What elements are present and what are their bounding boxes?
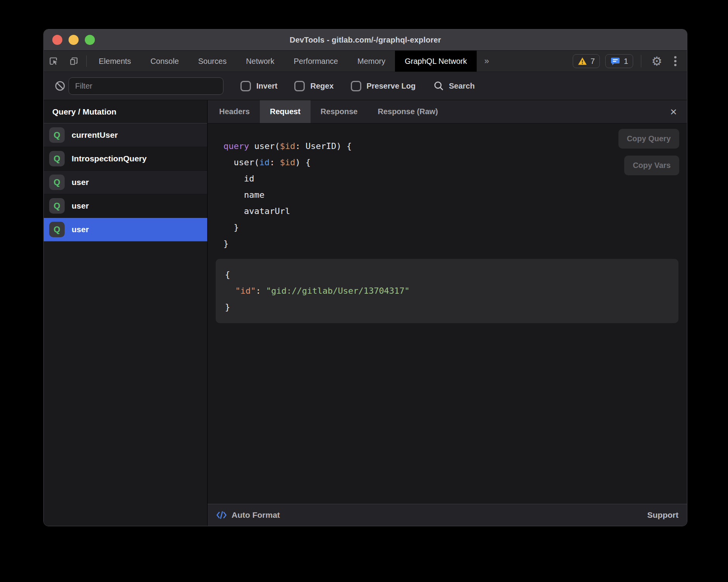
- main-area: Query / Mutation QcurrentUserQIntrospect…: [44, 100, 687, 526]
- copy-vars-button[interactable]: Copy Vars: [624, 156, 679, 175]
- query-list-item-currentuser[interactable]: QcurrentUser: [44, 123, 207, 147]
- query-list: QcurrentUserQIntrospectionQueryQuserQuse…: [44, 123, 207, 241]
- request-tab-content: Copy Query Copy Vars query user($id: Use…: [208, 123, 687, 504]
- query-name: user: [72, 201, 89, 211]
- code-token: :: [256, 286, 266, 296]
- devtools-tab-network[interactable]: Network: [236, 51, 284, 72]
- close-icon: ×: [670, 105, 677, 118]
- query-list-item-user[interactable]: Quser: [44, 218, 207, 241]
- devtools-tab-console[interactable]: Console: [141, 51, 188, 72]
- warning-triangle-icon: [578, 57, 587, 65]
- customize-devtools-menu-button[interactable]: [670, 55, 681, 67]
- copy-query-button[interactable]: Copy Query: [618, 129, 679, 149]
- detail-tab-response[interactable]: Response: [311, 100, 368, 123]
- code-line: avatarUrl: [223, 203, 687, 219]
- code-token: [225, 286, 235, 296]
- detail-tab-response-raw[interactable]: Response (Raw): [367, 100, 448, 123]
- checkbox-regex[interactable]: Regex: [294, 81, 333, 91]
- query-list-panel: Query / Mutation QcurrentUserQIntrospect…: [44, 100, 208, 526]
- query-list-item-user[interactable]: Quser: [44, 171, 207, 194]
- chevron-double-right-icon: »: [484, 56, 489, 66]
- devtools-tab-sources[interactable]: Sources: [189, 51, 236, 72]
- query-type-badge: Q: [49, 222, 65, 237]
- checkbox-label: Preserve Log: [367, 82, 416, 91]
- devtools-tab-graphql-network[interactable]: GraphQL Network: [395, 51, 476, 72]
- query-name: currentUser: [72, 130, 118, 140]
- filter-input[interactable]: [69, 77, 223, 95]
- code-token: {: [225, 270, 230, 279]
- checkbox-invert[interactable]: Invert: [240, 81, 277, 91]
- devtools-toolbar: ElementsConsoleSourcesNetworkPerformance…: [44, 51, 687, 72]
- checkbox-preserve-log[interactable]: Preserve Log: [351, 81, 416, 91]
- code-brackets-icon: [216, 510, 227, 520]
- checkbox-box[interactable]: [351, 81, 361, 91]
- warning-count: 7: [591, 57, 595, 66]
- search-toggle[interactable]: Search: [433, 80, 475, 91]
- kebab-menu-icon: [674, 55, 677, 67]
- toolbar-divider: [641, 55, 641, 67]
- close-detail-button[interactable]: ×: [665, 100, 682, 123]
- code-token: ) {: [295, 157, 311, 167]
- devtools-tab-memory[interactable]: Memory: [348, 51, 395, 72]
- code-line: name: [223, 187, 687, 203]
- query-list-item-introspectionquery[interactable]: QIntrospectionQuery: [44, 147, 207, 171]
- auto-format-label: Auto Format: [232, 510, 280, 520]
- minimize-window-button[interactable]: [69, 35, 79, 45]
- code-token: }: [223, 223, 239, 232]
- query-type-badge: Q: [49, 175, 65, 190]
- query-type-badge: Q: [49, 151, 65, 166]
- clear-requests-button[interactable]: [52, 80, 69, 92]
- code-token: id: [259, 157, 270, 167]
- support-link[interactable]: Support: [647, 510, 678, 520]
- code-token: :: [270, 157, 280, 167]
- code-token: avatarUrl: [223, 206, 290, 216]
- title-bar: DevTools - gitlab.com/-/graphql-explorer: [44, 29, 687, 51]
- code-line: }: [223, 236, 687, 252]
- code-token: "gid://gitlab/User/13704317": [266, 286, 410, 296]
- code-line: id: [223, 171, 687, 187]
- devtools-tab-elements[interactable]: Elements: [89, 51, 141, 72]
- inspect-element-button[interactable]: [44, 51, 64, 72]
- query-type-badge: Q: [49, 198, 65, 214]
- checkbox-box[interactable]: [240, 81, 251, 91]
- code-token: $id: [280, 141, 295, 151]
- query-name: user: [72, 178, 89, 187]
- block-circle-icon: [54, 80, 66, 92]
- device-toolbar-icon: [68, 55, 80, 67]
- code-line: query user($id: UserID) {: [223, 138, 687, 154]
- checkbox-label: Invert: [256, 82, 277, 91]
- filter-bar: InvertRegexPreserve Log Search: [44, 72, 687, 100]
- message-bubble-icon: [610, 56, 620, 66]
- detail-tab-headers[interactable]: Headers: [209, 100, 260, 123]
- toggle-device-toolbar-button[interactable]: [64, 51, 84, 72]
- zoom-window-button[interactable]: [85, 35, 95, 45]
- code-token: user(: [249, 141, 280, 151]
- code-token: id: [223, 174, 254, 183]
- more-tabs-button[interactable]: »: [477, 51, 497, 72]
- code-token: "id": [235, 286, 256, 296]
- traffic-lights: [52, 29, 95, 50]
- code-token: : UserID) {: [295, 141, 352, 151]
- settings-gear-icon[interactable]: ⚙: [649, 55, 664, 67]
- devtools-tab-performance[interactable]: Performance: [284, 51, 348, 72]
- close-window-button[interactable]: [52, 35, 62, 45]
- code-line: }: [225, 299, 669, 315]
- issues-badge[interactable]: 1: [605, 54, 633, 68]
- query-type-badge: Q: [49, 127, 65, 143]
- search-label: Search: [449, 82, 475, 91]
- code-token: }: [223, 239, 228, 248]
- search-icon: [433, 80, 444, 91]
- warnings-badge[interactable]: 7: [573, 54, 600, 68]
- detail-tab-request[interactable]: Request: [260, 100, 311, 123]
- query-name: user: [72, 225, 89, 234]
- devtools-panel-tabs: ElementsConsoleSourcesNetworkPerformance…: [89, 51, 477, 72]
- query-list-item-user[interactable]: Quser: [44, 194, 207, 218]
- window-title: DevTools - gitlab.com/-/graphql-explorer: [290, 36, 441, 45]
- inspect-cursor-icon: [48, 55, 60, 67]
- code-line: "id": "gid://gitlab/User/13704317": [225, 283, 669, 299]
- checkbox-box[interactable]: [294, 81, 305, 91]
- auto-format-button[interactable]: Auto Format: [216, 510, 280, 520]
- query-list-header: Query / Mutation: [44, 100, 207, 123]
- code-token: }: [225, 302, 230, 312]
- query-variables-box: { "id": "gid://gitlab/User/13704317"}: [216, 259, 678, 323]
